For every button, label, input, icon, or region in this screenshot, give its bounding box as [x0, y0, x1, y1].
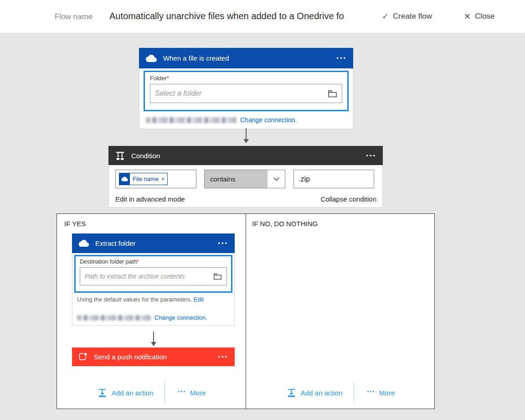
extract-card-header[interactable]: Extract folder ••• [72, 233, 235, 253]
onedrive-icon [78, 239, 89, 247]
connector-arrow-down [243, 128, 249, 144]
condition-card-title: Condition [131, 152, 160, 160]
close-button[interactable]: ✕ Close [464, 11, 495, 21]
destination-path-input[interactable] [85, 273, 213, 280]
token-remove-button[interactable]: × [161, 176, 165, 182]
edit-advanced-mode-link[interactable]: Edit in advanced mode [115, 195, 185, 203]
check-icon: ✓ [382, 11, 389, 21]
push-card-header[interactable]: Send a push notification ••• [72, 347, 235, 366]
branch-divider [246, 214, 246, 409]
add-action-label: Add an action [301, 389, 343, 397]
extract-folder-card: Extract folder ••• Destination folder pa… [72, 233, 235, 326]
destination-parameter-box: Destination folder path* [74, 255, 232, 293]
folder-parameter-box: Folder* [144, 71, 349, 111]
condition-card-menu-button[interactable]: ••• [366, 152, 376, 159]
create-flow-button[interactable]: ✓ Create flow [382, 11, 432, 21]
no-more-button[interactable]: ••• More [367, 389, 395, 397]
more-label: More [379, 389, 395, 397]
push-card-menu-button[interactable]: ••• [218, 353, 228, 360]
add-action-icon [286, 388, 297, 398]
action-separator [354, 382, 354, 403]
folder-label-text: Folder [150, 75, 167, 82]
trigger-change-connection-link[interactable]: Change connection. [240, 116, 297, 124]
extract-card-menu-button[interactable]: ••• [218, 240, 228, 247]
flow-designer-canvas: Flow name Automatically unarchive files … [0, 0, 525, 420]
destination-input-wrapper [80, 267, 227, 285]
folder-field-label: Folder* [150, 75, 342, 82]
connection-account-blurred [77, 315, 151, 321]
folder-input-wrapper [150, 84, 342, 103]
condition-card-header[interactable]: Condition ••• [108, 146, 383, 165]
flow-name-label: Flow name [55, 12, 93, 21]
extract-card-body: Destination folder path* Using the d [72, 253, 235, 326]
trigger-connection-row: Change connection. [144, 116, 349, 124]
trigger-card-when-file-created: When a file is created ••• Folder* [139, 48, 353, 129]
flow-title-input[interactable]: Automatically unarchive files when added… [109, 11, 365, 21]
condition-value-input[interactable] [299, 175, 369, 183]
onedrive-token-icon [119, 173, 130, 185]
trigger-card-title: When a file is created [163, 54, 229, 62]
close-label: Close [475, 12, 494, 21]
folder-icon [328, 90, 337, 98]
condition-icon [115, 150, 125, 161]
top-bar: Flow name Automatically unarchive files … [0, 0, 525, 33]
required-asterisk: * [137, 259, 139, 265]
create-flow-label: Create flow [393, 12, 432, 21]
trigger-card-body: Folder* Change connection. [139, 68, 353, 129]
action-separator [165, 382, 165, 403]
trigger-card-menu-button[interactable]: ••• [336, 55, 347, 62]
folder-input[interactable] [155, 89, 328, 98]
extract-connection-row: Change connection. [77, 314, 230, 321]
chevron-down-icon [268, 170, 285, 188]
condition-left-operand-field[interactable]: File name × [115, 170, 196, 188]
defaults-text-row: Using the default values for the paramet… [77, 296, 230, 303]
connection-account-blurred [146, 117, 237, 123]
yes-branch-action-row: Add an action ••• More [57, 381, 246, 404]
connector-arrow-down [150, 332, 157, 347]
add-action-label: Add an action [112, 389, 154, 397]
extract-change-connection-link[interactable]: Change connection. [154, 314, 207, 321]
condition-value-field [293, 170, 374, 188]
defaults-text: Using the default values for the paramet… [77, 296, 192, 303]
more-label: More [190, 389, 206, 397]
condition-card: Condition ••• File name × contains [108, 146, 383, 207]
onedrive-icon [145, 54, 157, 62]
file-name-token[interactable]: File name × [119, 173, 168, 185]
required-asterisk: * [167, 75, 169, 82]
destination-field-label: Destination folder path* [80, 259, 227, 265]
more-dots-icon: ••• [178, 389, 186, 394]
no-add-action-button[interactable]: Add an action [286, 388, 343, 398]
edit-parameters-link[interactable]: Edit [194, 296, 204, 303]
folder-icon [213, 273, 222, 280]
push-notification-icon [78, 352, 88, 362]
no-branch-action-row: Add an action ••• More [246, 381, 435, 404]
if-no-label: IF NO, DO NOTHING [252, 220, 318, 228]
yes-add-action-button[interactable]: Add an action [97, 388, 154, 398]
token-label: File name [133, 176, 159, 182]
trigger-card-header[interactable]: When a file is created ••• [139, 48, 353, 68]
branch-container: IF YES IF NO, DO NOTHING Extract folder … [57, 213, 435, 409]
destination-folder-picker-button[interactable] [213, 273, 222, 280]
operator-selected-value: contains [205, 170, 268, 188]
condition-card-body: File name × contains Edit in advanced mo… [108, 165, 383, 207]
add-action-icon [97, 388, 108, 398]
more-dots-icon: ••• [367, 389, 376, 394]
if-yes-label: IF YES [64, 220, 86, 228]
extract-card-title: Extract folder [95, 239, 135, 247]
condition-operator-dropdown[interactable]: contains [204, 170, 285, 188]
folder-picker-button[interactable] [328, 90, 337, 98]
push-notification-card: Send a push notification ••• [72, 347, 235, 366]
yes-more-button[interactable]: ••• More [178, 389, 206, 397]
destination-label-text: Destination folder path [80, 259, 137, 265]
collapse-condition-link[interactable]: Collapse condition [320, 195, 376, 203]
push-card-title: Send a push notification [94, 353, 167, 361]
close-icon: ✕ [464, 11, 471, 21]
